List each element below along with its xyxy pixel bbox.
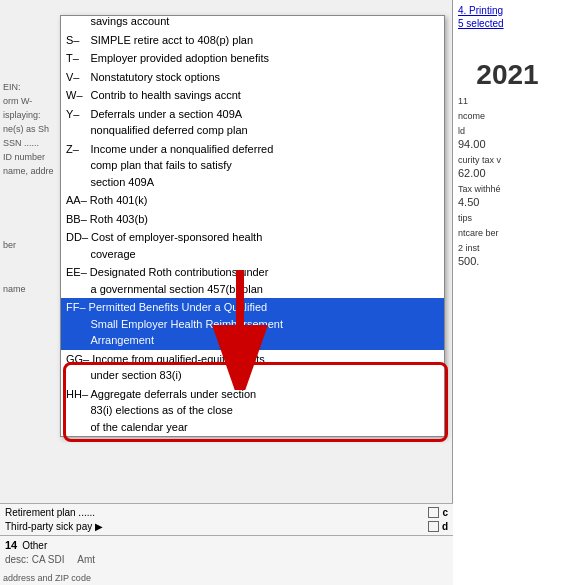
form-label-w: orm W- <box>0 94 65 108</box>
form-label-ein: EIN: <box>0 80 65 94</box>
id-label: ld <box>458 126 557 136</box>
dropdown-item-y[interactable]: Y– Deferrals under a section 409A nonqua… <box>61 105 444 140</box>
number-label: 11 <box>458 96 557 106</box>
other-label: Other <box>22 540 47 551</box>
tax-label: Tax withhé <box>458 184 557 194</box>
form-label-id: ID number <box>0 150 65 164</box>
year-display: 2021 <box>458 59 557 91</box>
dropdown-item-ee[interactable]: EE– Designated Roth contributions under … <box>61 263 444 298</box>
sick-pay-letter: d <box>442 521 448 532</box>
income-label: ncome <box>458 111 557 121</box>
form-label-name-sh: ne(s) as Sh <box>0 122 65 136</box>
form-label-name-addr: name, addre <box>0 164 65 178</box>
address-label: address and ZIP code <box>0 571 94 585</box>
ca-sdi-label: desc: CA SDI <box>5 554 64 565</box>
value-62: 62.00 <box>458 167 557 179</box>
dropdown-item-s[interactable]: S– SIMPLE retire acct to 408(p) plan <box>61 31 444 50</box>
security-label: curity tax v <box>458 155 557 165</box>
dropdown-menu[interactable]: L– Substantiated employee business expM–… <box>60 15 445 437</box>
value-500: 500. <box>458 255 557 267</box>
value-94: 94.00 <box>458 138 557 150</box>
dropdown-item-gg[interactable]: GG– Income from qualified-equity-grants … <box>61 350 444 385</box>
sick-pay-label: Third-party sick pay ▶ <box>5 521 428 532</box>
form-label-ber: ber <box>0 238 65 252</box>
page-container: EIN: orm W- isplaying: ne(s) as Sh SSN .… <box>0 0 562 585</box>
dropdown-item-hh[interactable]: HH– Aggregate deferrals under section 83… <box>61 385 444 437</box>
dropdown-item-v[interactable]: V– Nonstatutory stock options <box>61 68 444 87</box>
retirement-checkbox[interactable] <box>428 507 439 518</box>
value-4: 4.50 <box>458 196 557 208</box>
retirement-letter: c <box>442 507 448 518</box>
dropdown-item-w[interactable]: W– Contrib to health savings accnt <box>61 86 444 105</box>
dropdown-item-dd[interactable]: DD– Cost of employer-sponsored health co… <box>61 228 444 263</box>
sick-pay-checkbox[interactable] <box>428 521 439 532</box>
dropdown-item-t[interactable]: T– Employer provided adoption benefits <box>61 49 444 68</box>
selected-link[interactable]: 5 selected <box>458 18 557 29</box>
dropdown-scroll-area[interactable]: L– Substantiated employee business expM–… <box>61 16 444 436</box>
form-label-ssn: SSN ...... <box>0 136 65 150</box>
retirement-label: Retirement plan ...... <box>5 507 428 518</box>
dropdown-item-ff[interactable]: FF– Permitted Benefits Under a Qualified… <box>61 298 444 350</box>
care-label: ntcare ber <box>458 228 557 238</box>
tips-label: tips <box>458 213 557 223</box>
dropdown-item-aa[interactable]: AA– Roth 401(k) <box>61 191 444 210</box>
dropdown-item-r[interactable]: R– Contributions to an Archer medical sa… <box>61 16 444 31</box>
form-label-displaying: isplaying: <box>0 108 65 122</box>
dropdown-item-z[interactable]: Z– Income under a nonqualified deferred … <box>61 140 444 192</box>
right-panel-content: 4. Printing 5 selected 2021 11 ncome ld … <box>453 0 562 272</box>
dropdown-item-bb[interactable]: BB– Roth 403(b) <box>61 210 444 229</box>
inst-label: 2 inst <box>458 243 557 253</box>
other-number: 14 <box>5 539 17 551</box>
form-label-name2: name <box>0 282 65 296</box>
ca-sdi-amount: Amt <box>77 554 95 565</box>
printing-link[interactable]: 4. Printing <box>458 5 557 16</box>
right-panel: 4. Printing 5 selected 2021 11 ncome ld … <box>452 0 562 585</box>
left-form-panel: EIN: orm W- isplaying: ne(s) as Sh SSN .… <box>0 0 65 400</box>
